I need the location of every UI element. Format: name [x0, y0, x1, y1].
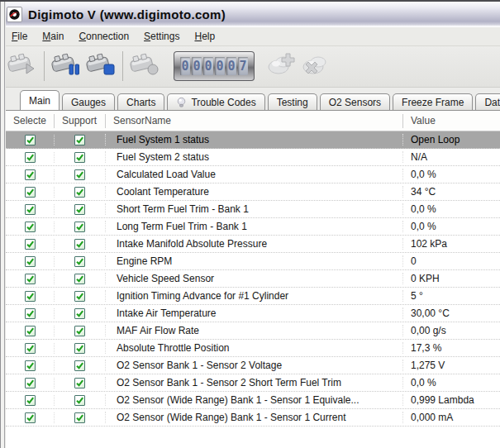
selected-checkbox[interactable]: [25, 395, 36, 406]
table-row[interactable]: Fuel System 2 statusN/A: [6, 149, 500, 166]
table-row[interactable]: O2 Sensor (Wide Range) Bank 1 - Sensor 1…: [6, 392, 500, 409]
selected-checkbox[interactable]: [25, 204, 36, 215]
selected-checkbox[interactable]: [25, 326, 36, 336]
obd-connector-circle-icon: [129, 52, 160, 80]
tab-charts[interactable]: Charts: [117, 93, 164, 110]
table-row[interactable]: Intake Air Temperature30,00 °C: [6, 305, 500, 322]
column-header-sensorname[interactable]: SensorName: [105, 114, 402, 128]
table-row[interactable]: Coolant Temperature34 °C: [6, 183, 500, 201]
selected-checkbox[interactable]: [25, 291, 36, 302]
menu-item-main[interactable]: Main: [36, 28, 70, 45]
table-row[interactable]: O2 Sensor Bank 1 - Sensor 2 Short Term F…: [6, 374, 500, 392]
poll-button[interactable]: [127, 50, 162, 83]
supported-checkbox[interactable]: [74, 135, 85, 145]
sensor-name-cell: Fuel System 2 status: [105, 151, 402, 163]
selected-checkbox[interactable]: [25, 308, 36, 319]
tab-freeze-frame[interactable]: Freeze Frame: [393, 93, 473, 110]
sensor-name-cell: O2 Sensor Bank 1 - Sensor 2 Voltage: [105, 360, 402, 371]
sensor-value-cell: 0 KPH: [402, 273, 500, 284]
selected-checkbox[interactable]: [25, 135, 36, 145]
supported-checkbox[interactable]: [74, 291, 85, 302]
selected-checkbox[interactable]: [25, 222, 36, 232]
tab-o2-sensors[interactable]: O2 Sensors: [320, 93, 390, 110]
lcd-digit: 0: [192, 57, 202, 75]
table-row[interactable]: Long Term Fuel Trim - Bank 10,0 %: [6, 218, 500, 236]
sensor-value-cell: 5 °: [402, 290, 500, 302]
stop-button[interactable]: [83, 50, 118, 83]
table-row[interactable]: Engine RPM0: [6, 253, 500, 270]
selected-checkbox[interactable]: [25, 239, 36, 250]
connect-button[interactable]: [5, 50, 40, 83]
sensor-name-cell: O2 Sensor (Wide Range) Bank 1 - Sensor 1…: [105, 394, 402, 406]
selected-checkbox[interactable]: [25, 152, 36, 163]
tab-label: Trouble Codes: [191, 97, 255, 108]
table-row[interactable]: Calculated Load Value0,0 %: [6, 166, 500, 183]
window-title: Digimoto V (www.digimoto.com): [28, 7, 226, 21]
column-header-selected[interactable]: Selecte: [6, 114, 54, 128]
supported-checkbox[interactable]: [74, 256, 85, 267]
tab-main[interactable]: Main: [20, 90, 60, 110]
add-plug-button[interactable]: [263, 50, 298, 83]
sensor-name-cell: Ignition Timing Advance for #1 Cylinder: [105, 290, 402, 302]
table-row[interactable]: Vehicle Speed Sensor0 KPH: [6, 270, 500, 288]
sensor-name-cell: O2 Sensor Bank 1 - Sensor 2 Short Term F…: [105, 377, 402, 388]
supported-cell: [54, 274, 105, 284]
selected-checkbox[interactable]: [25, 360, 36, 371]
sensor-value-cell: 0: [402, 255, 500, 267]
sensor-value-cell: 0,999 Lambda: [402, 394, 500, 406]
table-row[interactable]: Absolute Throttle Position17,3 %: [6, 340, 500, 357]
sensor-table-body: Fuel System 1 statusOpen LoopFuel System…: [6, 131, 500, 427]
menu-item-connection[interactable]: Connection: [72, 28, 136, 45]
menu-item-settings[interactable]: Settings: [137, 28, 186, 45]
supported-checkbox[interactable]: [74, 412, 85, 423]
supported-checkbox[interactable]: [74, 360, 85, 371]
table-row[interactable]: Fuel System 1 statusOpen Loop: [6, 131, 500, 149]
supported-cell: [54, 204, 105, 215]
supported-checkbox[interactable]: [74, 152, 85, 163]
supported-checkbox[interactable]: [74, 343, 85, 354]
pause-button[interactable]: [49, 50, 83, 83]
tab-gauges[interactable]: Gauges: [62, 93, 115, 110]
table-row[interactable]: O2 Sensor (Wide Range) Bank 1 - Sensor 1…: [6, 409, 500, 427]
table-row[interactable]: Short Term Fuel Trim - Bank 10,0 %: [6, 201, 500, 218]
supported-cell: [54, 308, 105, 319]
supported-checkbox[interactable]: [74, 169, 85, 180]
lcd-digit: 0: [215, 57, 225, 75]
table-row[interactable]: O2 Sensor Bank 1 - Sensor 2 Voltage1,275…: [6, 357, 500, 374]
column-header-supported[interactable]: Support: [54, 114, 105, 128]
supported-cell: [54, 187, 105, 198]
menu-item-file[interactable]: File: [5, 28, 34, 45]
supported-checkbox[interactable]: [74, 395, 85, 406]
tab-label: Testing: [277, 97, 308, 108]
selected-checkbox[interactable]: [25, 274, 36, 284]
selected-cell: [6, 187, 54, 198]
tab-data-l[interactable]: Data L: [475, 93, 500, 110]
selected-checkbox[interactable]: [25, 343, 36, 354]
sensor-name-cell: Intake Air Temperature: [105, 307, 402, 319]
supported-checkbox[interactable]: [74, 204, 85, 215]
supported-checkbox[interactable]: [74, 308, 85, 319]
selected-cell: [6, 152, 54, 163]
table-row[interactable]: Ignition Timing Advance for #1 Cylinder5…: [6, 288, 500, 305]
supported-checkbox[interactable]: [74, 274, 85, 284]
selected-checkbox[interactable]: [25, 256, 36, 267]
supported-checkbox[interactable]: [74, 222, 85, 232]
selected-checkbox[interactable]: [25, 169, 36, 180]
supported-checkbox[interactable]: [74, 378, 85, 388]
table-row[interactable]: MAF Air Flow Rate0,00 g/s: [6, 322, 500, 340]
remove-plug-button[interactable]: [298, 50, 332, 83]
supported-cell: [54, 152, 105, 163]
tab-testing[interactable]: Testing: [268, 93, 317, 110]
selected-checkbox[interactable]: [25, 412, 36, 423]
supported-checkbox[interactable]: [74, 326, 85, 336]
sensor-value-cell: 0,0 %: [402, 221, 500, 232]
menu-item-help[interactable]: Help: [188, 28, 221, 45]
tab-trouble-codes[interactable]: Trouble Codes: [167, 93, 264, 110]
selected-checkbox[interactable]: [25, 378, 36, 388]
column-header-value[interactable]: Value: [402, 114, 500, 128]
supported-checkbox[interactable]: [74, 187, 85, 198]
supported-checkbox[interactable]: [74, 239, 85, 250]
title-bar[interactable]: Digimoto V (www.digimoto.com): [0, 2, 500, 27]
selected-checkbox[interactable]: [25, 187, 36, 198]
table-row[interactable]: Intake Manifold Absolute Pressure102 kPa: [6, 236, 500, 253]
